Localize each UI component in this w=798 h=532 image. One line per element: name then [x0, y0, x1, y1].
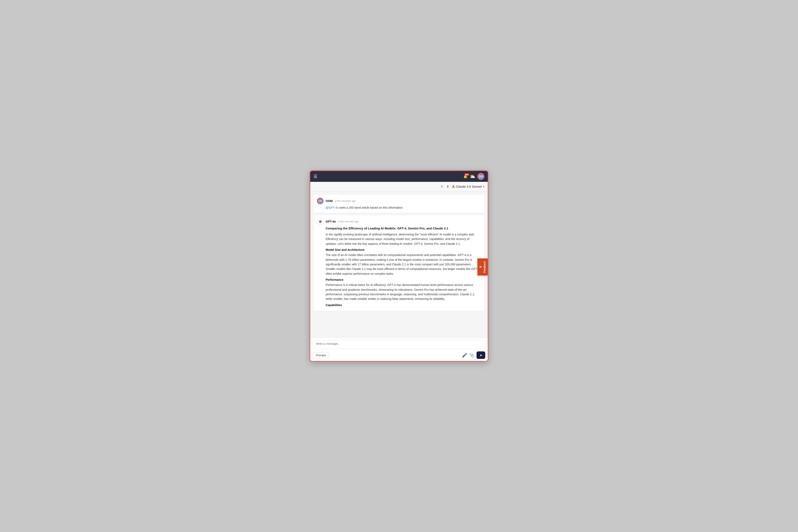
gpt-message-block: ⊕ GPT-4o a few seconds ago Comparing the…	[314, 215, 484, 311]
input-toolbar: Prompts 🎤 📎 ➤	[313, 352, 485, 359]
title-bar: ☰ 🔔 99+ ⛅ OS	[310, 171, 488, 182]
chevron-down-icon: ▾	[483, 185, 484, 188]
section-heading-2: Performance	[326, 278, 481, 281]
gpt-avatar: ⊕	[317, 218, 324, 225]
model-selector[interactable]: 𝐀 Claude 3.5 Sonnet ▾	[452, 184, 484, 189]
feedback-tab[interactable]: ✉ Feedback	[477, 258, 488, 276]
title-bar-right: 🔔 99+ ⛅ OS	[463, 173, 484, 180]
section-heading-1: Model Size and Architecture	[326, 248, 481, 251]
refresh-icon[interactable]: ↻	[440, 184, 444, 189]
send-button[interactable]: ➤	[476, 352, 485, 359]
user-sender-name: OSNI	[326, 199, 333, 203]
app-window: ☰ 🔔 99+ ⛅ OS ↻ ⬇ 𝐀 Claude 3.5 Sonnet ▾ O…	[310, 170, 488, 362]
hamburger-menu-icon[interactable]: ☰	[314, 174, 317, 178]
input-area: Prompts 🎤 📎 ➤	[310, 338, 488, 361]
send-arrow-icon: ➤	[480, 353, 482, 357]
notification-bell[interactable]: 🔔 99+	[463, 174, 468, 178]
gpt-timestamp: a few seconds ago	[338, 220, 359, 223]
user-avatar: OS	[317, 197, 324, 204]
attachment-icon[interactable]: 📎	[469, 353, 474, 358]
chat-area: OS OSNI a few seconds ago @GPT-4o write …	[310, 191, 488, 338]
user-message-text: @GPT-4o write a 250 word article based o…	[317, 206, 481, 210]
user-message-header: OS OSNI a few seconds ago	[317, 197, 481, 204]
download-icon[interactable]: ⬇	[446, 184, 449, 189]
input-actions: 🎤 📎 ➤	[462, 352, 485, 359]
model-name: Claude 3.5 Sonnet	[456, 185, 482, 188]
article-title: Comparing the Efficiency of Leading AI M…	[326, 226, 481, 230]
microphone-icon[interactable]: 🎤	[462, 353, 467, 358]
user-timestamp: a few seconds ago	[335, 200, 356, 203]
gpt-message-header: ⊕ GPT-4o a few seconds ago	[317, 218, 481, 225]
article-intro: In the rapidly evolving landscape of art…	[326, 232, 481, 246]
anthropic-logo: 𝐀	[452, 184, 455, 189]
article-content: Comparing the Efficiency of Leading AI M…	[317, 226, 481, 307]
model-bar: ↻ ⬇ 𝐀 Claude 3.5 Sonnet ▾	[310, 182, 488, 191]
user-message-block: OS OSNI a few seconds ago @GPT-4o write …	[314, 195, 484, 213]
section-body-1: The size of an AI model often correlates…	[326, 253, 481, 276]
mention-tag[interactable]: @GPT-4o	[326, 206, 339, 209]
title-bar-left: ☰	[314, 174, 317, 178]
message-input[interactable]	[313, 340, 485, 349]
gpt-sender-name: GPT-4o	[326, 220, 336, 223]
feedback-envelope-icon: ✉	[479, 266, 482, 268]
feedback-label: Feedback	[483, 261, 486, 273]
notification-badge: 99+	[464, 173, 469, 176]
prompts-button[interactable]: Prompts	[313, 352, 329, 358]
user-message-body: write a 250 word article based on this i…	[339, 206, 402, 209]
cloud-icon[interactable]: ⛅	[470, 174, 475, 179]
gpt-logo-icon: ⊕	[319, 219, 322, 224]
section-body-2: Performance is a critical metric for AI …	[326, 283, 481, 301]
section-heading-3: Capabilities	[326, 303, 481, 307]
user-avatar-header[interactable]: OS	[477, 173, 484, 180]
